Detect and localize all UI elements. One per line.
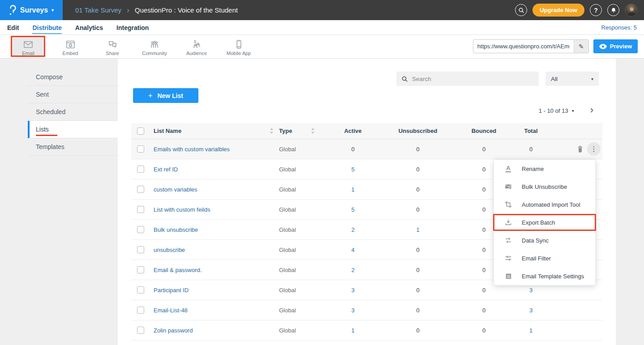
row-checkbox[interactable] [137, 327, 144, 334]
column-header-total[interactable]: Total [510, 128, 552, 134]
bounced-count[interactable]: 0 [458, 327, 510, 334]
column-header-type[interactable]: Type [279, 128, 292, 134]
sidebar-item-templates[interactable]: Templates [28, 138, 118, 156]
user-avatar[interactable] [625, 4, 638, 17]
unsubscribed-count[interactable]: 0 [378, 206, 458, 213]
sort-icon[interactable] [270, 128, 274, 134]
row-checkbox[interactable] [137, 307, 144, 314]
active-count[interactable]: 3 [328, 287, 378, 294]
bounced-count[interactable]: 0 [458, 307, 510, 314]
help-icon[interactable]: ? [590, 4, 602, 16]
table-row[interactable]: Email-List-48 Global 3 0 0 3 [131, 300, 602, 320]
table-row[interactable]: Emails with custom varialbles Global 0 0… [131, 139, 602, 159]
list-name-link[interactable]: Email & password. [154, 267, 202, 273]
row-checkbox[interactable] [137, 186, 144, 193]
unsubscribed-count[interactable]: 0 [378, 307, 458, 314]
list-filter-dropdown[interactable]: All ▾ [545, 72, 599, 86]
tab-analytics[interactable]: Analytics [75, 21, 103, 34]
tool-share[interactable]: Share [96, 36, 129, 58]
sidebar-item-sent[interactable]: Sent [28, 86, 118, 103]
unsubscribed-count[interactable]: 0 [378, 146, 458, 153]
survey-url-input[interactable] [473, 43, 574, 50]
sidebar-item-scheduled[interactable]: Scheduled [28, 103, 118, 121]
unsubscribed-count[interactable]: 0 [378, 247, 458, 253]
menu-item-bulk-unsubscribe[interactable]: Bulk Unsubscribe [494, 178, 595, 196]
active-count[interactable]: 2 [328, 226, 378, 233]
unsubscribed-count[interactable]: 0 [378, 287, 458, 294]
unsubscribed-count[interactable]: 0 [378, 186, 458, 193]
active-count[interactable]: 2 [328, 267, 378, 273]
list-name-link[interactable]: Emails with custom varialbles [154, 146, 230, 153]
breadcrumb-survey-name[interactable]: 01 Take Survey [75, 6, 121, 14]
column-header-unsubscribed[interactable]: Unsubscribed [378, 128, 458, 134]
tab-distribute[interactable]: Distribute [32, 21, 61, 34]
menu-item-data-sync[interactable]: Data Sync [494, 231, 595, 249]
column-header-active[interactable]: Active [328, 128, 378, 134]
edit-url-pencil-icon[interactable]: ✎ [574, 40, 588, 53]
tool-email[interactable]: Email [12, 36, 44, 58]
pagination-range[interactable]: 1 - 10 of 13 [539, 107, 568, 114]
list-name-link[interactable]: custom variables [154, 186, 197, 193]
menu-item-export-batch[interactable]: Export Batch [494, 213, 595, 231]
list-name-link[interactable]: Zolin password [154, 327, 193, 334]
unsubscribed-count[interactable]: 0 [378, 166, 458, 173]
active-count[interactable]: 5 [328, 166, 378, 173]
unsubscribed-count[interactable]: 0 [378, 327, 458, 334]
bounced-count[interactable]: 0 [458, 287, 510, 294]
upgrade-now-button[interactable]: Upgrade Now [532, 4, 584, 17]
next-page-chevron-icon[interactable]: › [590, 105, 593, 116]
preview-button[interactable]: Preview [593, 39, 638, 53]
column-header-bounced[interactable]: Bounced [458, 128, 510, 134]
row-checkbox[interactable] [137, 145, 144, 153]
total-count[interactable]: 1 [510, 327, 552, 334]
tool-mobile-app[interactable]: Mobile App [223, 36, 255, 58]
tool-embed[interactable]: Embed [54, 36, 86, 58]
row-checkbox[interactable] [137, 246, 144, 253]
active-count[interactable]: 0 [328, 146, 378, 153]
menu-item-automated-import-tool[interactable]: Automated Import Tool [494, 196, 595, 213]
list-name-link[interactable]: Ext ref ID [154, 166, 178, 173]
trash-icon[interactable] [576, 145, 584, 153]
bounced-count[interactable]: 0 [458, 146, 510, 153]
total-count[interactable]: 0 [510, 146, 552, 153]
select-all-checkbox[interactable] [137, 128, 144, 135]
tab-edit[interactable]: Edit [7, 21, 19, 34]
tab-integration[interactable]: Integration [116, 21, 149, 34]
sidebar-item-lists[interactable]: Lists [28, 121, 118, 138]
total-count[interactable]: 3 [510, 307, 552, 314]
tool-community[interactable]: Community [138, 36, 171, 58]
row-checkbox[interactable] [137, 206, 144, 213]
unsubscribed-count[interactable]: 1 [378, 226, 458, 233]
menu-item-email-filter[interactable]: Email Filter [494, 249, 595, 267]
total-count[interactable]: 3 [510, 287, 552, 294]
row-checkbox[interactable] [137, 266, 144, 273]
list-name-link[interactable]: unsubscribe [154, 247, 185, 253]
table-row[interactable]: Zolin password Global 1 0 0 1 [131, 320, 602, 341]
new-list-button[interactable]: + New List [133, 88, 198, 103]
tool-audience[interactable]: $Audience [180, 36, 213, 58]
active-count[interactable]: 1 [328, 186, 378, 193]
active-count[interactable]: 1 [328, 327, 378, 334]
row-checkbox[interactable] [137, 286, 144, 294]
list-name-link[interactable]: List with custom feilds [154, 206, 210, 213]
menu-item-rename[interactable]: ARename [494, 160, 595, 178]
surveys-product-menu[interactable]: Surveys ▾ [0, 0, 63, 20]
sort-icon[interactable] [311, 128, 315, 134]
active-count[interactable]: 5 [328, 206, 378, 213]
list-name-link[interactable]: Bulk unsubscribe [154, 226, 198, 233]
list-name-link[interactable]: Participant ID [154, 287, 189, 294]
active-count[interactable]: 4 [328, 247, 378, 253]
column-header-list-name[interactable]: List Name [154, 128, 181, 134]
sidebar-item-compose[interactable]: Compose [28, 68, 118, 86]
row-checkbox[interactable] [137, 226, 144, 233]
list-name-link[interactable]: Email-List-48 [154, 307, 188, 314]
search-icon[interactable] [515, 4, 527, 16]
menu-item-email-template-settings[interactable]: Email Template Settings [494, 267, 595, 285]
unsubscribed-count[interactable]: 0 [378, 267, 458, 273]
active-count[interactable]: 3 [328, 307, 378, 314]
row-checkbox[interactable] [137, 166, 144, 173]
notifications-bell-icon[interactable] [607, 4, 619, 16]
caret-down-icon[interactable]: ▾ [572, 108, 574, 113]
search-input[interactable] [412, 76, 534, 82]
kebab-menu-icon[interactable]: ⋮ [587, 142, 601, 156]
